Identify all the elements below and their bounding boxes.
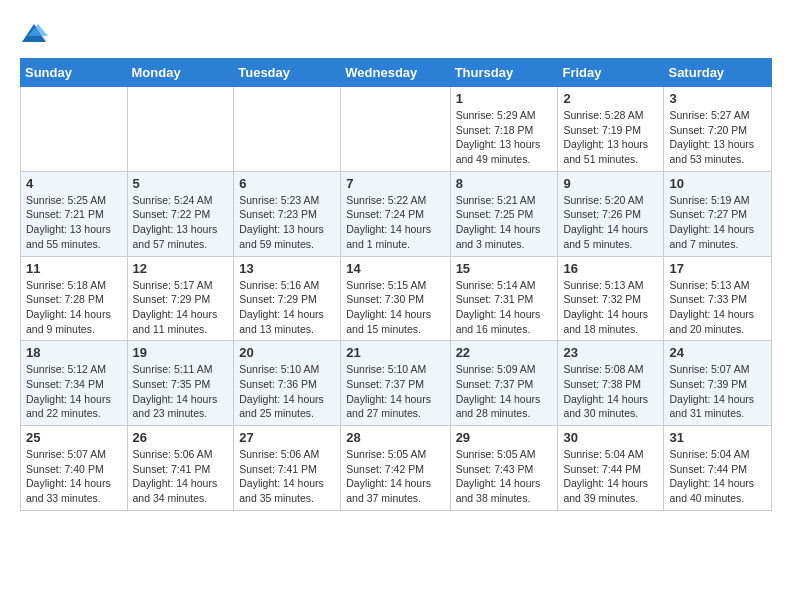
logo-icon bbox=[20, 20, 48, 48]
day-info: Sunrise: 5:28 AM Sunset: 7:19 PM Dayligh… bbox=[563, 108, 658, 167]
calendar-cell: 17Sunrise: 5:13 AM Sunset: 7:33 PM Dayli… bbox=[664, 256, 772, 341]
day-number: 23 bbox=[563, 345, 658, 360]
day-info: Sunrise: 5:07 AM Sunset: 7:39 PM Dayligh… bbox=[669, 362, 766, 421]
day-number: 12 bbox=[133, 261, 229, 276]
calendar-cell: 8Sunrise: 5:21 AM Sunset: 7:25 PM Daylig… bbox=[450, 171, 558, 256]
calendar-week-row: 4Sunrise: 5:25 AM Sunset: 7:21 PM Daylig… bbox=[21, 171, 772, 256]
day-info: Sunrise: 5:05 AM Sunset: 7:43 PM Dayligh… bbox=[456, 447, 553, 506]
calendar-week-row: 18Sunrise: 5:12 AM Sunset: 7:34 PM Dayli… bbox=[21, 341, 772, 426]
day-info: Sunrise: 5:10 AM Sunset: 7:36 PM Dayligh… bbox=[239, 362, 335, 421]
calendar-cell: 5Sunrise: 5:24 AM Sunset: 7:22 PM Daylig… bbox=[127, 171, 234, 256]
day-number: 16 bbox=[563, 261, 658, 276]
weekday-header: Friday bbox=[558, 59, 664, 87]
day-number: 5 bbox=[133, 176, 229, 191]
day-info: Sunrise: 5:15 AM Sunset: 7:30 PM Dayligh… bbox=[346, 278, 444, 337]
day-number: 15 bbox=[456, 261, 553, 276]
day-number: 4 bbox=[26, 176, 122, 191]
calendar-table: SundayMondayTuesdayWednesdayThursdayFrid… bbox=[20, 58, 772, 511]
day-number: 20 bbox=[239, 345, 335, 360]
calendar-cell bbox=[234, 87, 341, 172]
calendar-cell: 20Sunrise: 5:10 AM Sunset: 7:36 PM Dayli… bbox=[234, 341, 341, 426]
calendar-cell: 9Sunrise: 5:20 AM Sunset: 7:26 PM Daylig… bbox=[558, 171, 664, 256]
calendar-cell: 13Sunrise: 5:16 AM Sunset: 7:29 PM Dayli… bbox=[234, 256, 341, 341]
weekday-header: Tuesday bbox=[234, 59, 341, 87]
day-info: Sunrise: 5:08 AM Sunset: 7:38 PM Dayligh… bbox=[563, 362, 658, 421]
day-number: 19 bbox=[133, 345, 229, 360]
day-info: Sunrise: 5:16 AM Sunset: 7:29 PM Dayligh… bbox=[239, 278, 335, 337]
day-number: 31 bbox=[669, 430, 766, 445]
calendar-cell: 26Sunrise: 5:06 AM Sunset: 7:41 PM Dayli… bbox=[127, 426, 234, 511]
calendar-cell: 30Sunrise: 5:04 AM Sunset: 7:44 PM Dayli… bbox=[558, 426, 664, 511]
calendar-cell: 31Sunrise: 5:04 AM Sunset: 7:44 PM Dayli… bbox=[664, 426, 772, 511]
day-info: Sunrise: 5:18 AM Sunset: 7:28 PM Dayligh… bbox=[26, 278, 122, 337]
day-number: 29 bbox=[456, 430, 553, 445]
calendar-cell: 3Sunrise: 5:27 AM Sunset: 7:20 PM Daylig… bbox=[664, 87, 772, 172]
day-number: 13 bbox=[239, 261, 335, 276]
weekday-header: Sunday bbox=[21, 59, 128, 87]
day-info: Sunrise: 5:13 AM Sunset: 7:32 PM Dayligh… bbox=[563, 278, 658, 337]
day-number: 27 bbox=[239, 430, 335, 445]
calendar-cell: 27Sunrise: 5:06 AM Sunset: 7:41 PM Dayli… bbox=[234, 426, 341, 511]
calendar-cell: 25Sunrise: 5:07 AM Sunset: 7:40 PM Dayli… bbox=[21, 426, 128, 511]
day-info: Sunrise: 5:21 AM Sunset: 7:25 PM Dayligh… bbox=[456, 193, 553, 252]
calendar-cell: 24Sunrise: 5:07 AM Sunset: 7:39 PM Dayli… bbox=[664, 341, 772, 426]
day-info: Sunrise: 5:12 AM Sunset: 7:34 PM Dayligh… bbox=[26, 362, 122, 421]
day-info: Sunrise: 5:20 AM Sunset: 7:26 PM Dayligh… bbox=[563, 193, 658, 252]
day-info: Sunrise: 5:19 AM Sunset: 7:27 PM Dayligh… bbox=[669, 193, 766, 252]
calendar-cell: 19Sunrise: 5:11 AM Sunset: 7:35 PM Dayli… bbox=[127, 341, 234, 426]
day-number: 18 bbox=[26, 345, 122, 360]
weekday-header-row: SundayMondayTuesdayWednesdayThursdayFrid… bbox=[21, 59, 772, 87]
calendar-cell: 11Sunrise: 5:18 AM Sunset: 7:28 PM Dayli… bbox=[21, 256, 128, 341]
day-info: Sunrise: 5:09 AM Sunset: 7:37 PM Dayligh… bbox=[456, 362, 553, 421]
day-number: 9 bbox=[563, 176, 658, 191]
day-number: 17 bbox=[669, 261, 766, 276]
calendar-cell: 18Sunrise: 5:12 AM Sunset: 7:34 PM Dayli… bbox=[21, 341, 128, 426]
calendar-week-row: 25Sunrise: 5:07 AM Sunset: 7:40 PM Dayli… bbox=[21, 426, 772, 511]
day-number: 28 bbox=[346, 430, 444, 445]
day-number: 8 bbox=[456, 176, 553, 191]
day-info: Sunrise: 5:24 AM Sunset: 7:22 PM Dayligh… bbox=[133, 193, 229, 252]
day-info: Sunrise: 5:06 AM Sunset: 7:41 PM Dayligh… bbox=[133, 447, 229, 506]
day-number: 3 bbox=[669, 91, 766, 106]
logo bbox=[20, 20, 52, 48]
day-number: 24 bbox=[669, 345, 766, 360]
day-info: Sunrise: 5:11 AM Sunset: 7:35 PM Dayligh… bbox=[133, 362, 229, 421]
calendar-cell bbox=[127, 87, 234, 172]
day-number: 21 bbox=[346, 345, 444, 360]
day-info: Sunrise: 5:06 AM Sunset: 7:41 PM Dayligh… bbox=[239, 447, 335, 506]
day-number: 26 bbox=[133, 430, 229, 445]
day-info: Sunrise: 5:10 AM Sunset: 7:37 PM Dayligh… bbox=[346, 362, 444, 421]
calendar-cell: 16Sunrise: 5:13 AM Sunset: 7:32 PM Dayli… bbox=[558, 256, 664, 341]
calendar-cell: 21Sunrise: 5:10 AM Sunset: 7:37 PM Dayli… bbox=[341, 341, 450, 426]
page-header bbox=[20, 20, 772, 48]
day-info: Sunrise: 5:04 AM Sunset: 7:44 PM Dayligh… bbox=[563, 447, 658, 506]
calendar-cell: 6Sunrise: 5:23 AM Sunset: 7:23 PM Daylig… bbox=[234, 171, 341, 256]
calendar-cell bbox=[21, 87, 128, 172]
calendar-cell: 2Sunrise: 5:28 AM Sunset: 7:19 PM Daylig… bbox=[558, 87, 664, 172]
day-number: 7 bbox=[346, 176, 444, 191]
weekday-header: Thursday bbox=[450, 59, 558, 87]
day-info: Sunrise: 5:27 AM Sunset: 7:20 PM Dayligh… bbox=[669, 108, 766, 167]
calendar-cell: 22Sunrise: 5:09 AM Sunset: 7:37 PM Dayli… bbox=[450, 341, 558, 426]
day-number: 2 bbox=[563, 91, 658, 106]
weekday-header: Wednesday bbox=[341, 59, 450, 87]
day-info: Sunrise: 5:17 AM Sunset: 7:29 PM Dayligh… bbox=[133, 278, 229, 337]
day-number: 22 bbox=[456, 345, 553, 360]
weekday-header: Saturday bbox=[664, 59, 772, 87]
day-info: Sunrise: 5:05 AM Sunset: 7:42 PM Dayligh… bbox=[346, 447, 444, 506]
day-number: 1 bbox=[456, 91, 553, 106]
day-info: Sunrise: 5:04 AM Sunset: 7:44 PM Dayligh… bbox=[669, 447, 766, 506]
calendar-week-row: 11Sunrise: 5:18 AM Sunset: 7:28 PM Dayli… bbox=[21, 256, 772, 341]
day-number: 10 bbox=[669, 176, 766, 191]
calendar-cell: 29Sunrise: 5:05 AM Sunset: 7:43 PM Dayli… bbox=[450, 426, 558, 511]
day-info: Sunrise: 5:25 AM Sunset: 7:21 PM Dayligh… bbox=[26, 193, 122, 252]
calendar-cell: 23Sunrise: 5:08 AM Sunset: 7:38 PM Dayli… bbox=[558, 341, 664, 426]
day-info: Sunrise: 5:13 AM Sunset: 7:33 PM Dayligh… bbox=[669, 278, 766, 337]
day-info: Sunrise: 5:22 AM Sunset: 7:24 PM Dayligh… bbox=[346, 193, 444, 252]
calendar-cell: 28Sunrise: 5:05 AM Sunset: 7:42 PM Dayli… bbox=[341, 426, 450, 511]
day-info: Sunrise: 5:29 AM Sunset: 7:18 PM Dayligh… bbox=[456, 108, 553, 167]
day-info: Sunrise: 5:14 AM Sunset: 7:31 PM Dayligh… bbox=[456, 278, 553, 337]
day-number: 25 bbox=[26, 430, 122, 445]
calendar-cell: 15Sunrise: 5:14 AM Sunset: 7:31 PM Dayli… bbox=[450, 256, 558, 341]
calendar-cell: 7Sunrise: 5:22 AM Sunset: 7:24 PM Daylig… bbox=[341, 171, 450, 256]
